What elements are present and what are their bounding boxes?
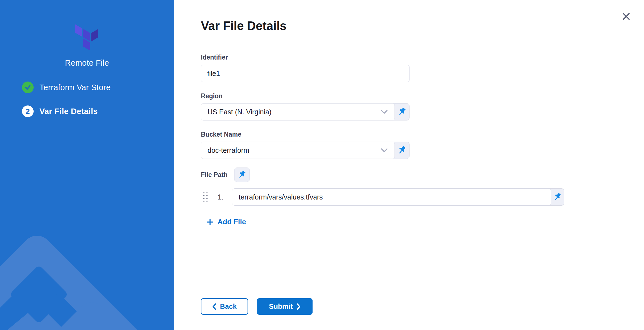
step-number-badge: 2 xyxy=(22,105,34,117)
add-file-label: Add File xyxy=(218,218,246,226)
bucket-select-value: doc-terraform xyxy=(208,146,249,154)
file-path-input[interactable] xyxy=(232,189,551,205)
step-var-file-details[interactable]: 2 Var File Details xyxy=(0,105,174,117)
drag-handle-icon[interactable] xyxy=(203,192,208,202)
var-file-details-modal: Remote File Terraform Var Store 2 Var Fi… xyxy=(0,0,644,330)
step-terraform-var-store[interactable]: Terraform Var Store xyxy=(0,82,174,93)
plus-icon xyxy=(206,218,214,226)
submit-button[interactable]: Submit xyxy=(257,298,313,315)
region-pin-button[interactable] xyxy=(395,104,409,120)
bucket-select[interactable]: doc-terraform xyxy=(201,142,410,159)
bucket-label: Bucket Name xyxy=(201,130,644,138)
wizard-steps: Terraform Var Store 2 Var File Details xyxy=(0,82,174,117)
identifier-label: Identifier xyxy=(201,53,644,61)
pin-icon xyxy=(553,192,562,202)
pin-icon xyxy=(237,170,247,179)
region-label: Region xyxy=(201,92,644,100)
region-select-value: US East (N. Virginia) xyxy=(208,108,271,116)
bucket-pin-button[interactable] xyxy=(395,142,409,159)
back-button[interactable]: Back xyxy=(201,298,248,315)
back-button-label: Back xyxy=(220,302,237,311)
file-path-label: File Path xyxy=(201,171,228,179)
file-path-row-index: 1. xyxy=(218,193,226,201)
chevron-down-icon xyxy=(381,110,388,114)
step-complete-icon xyxy=(22,82,34,93)
page-title: Var File Details xyxy=(201,19,644,33)
region-field-group: Region US East (N. Virginia) xyxy=(201,92,644,120)
step-label: Var File Details xyxy=(39,107,98,116)
terraform-logo-icon xyxy=(75,23,99,51)
bucket-select-value-area[interactable]: doc-terraform xyxy=(201,142,395,159)
wizard-sidebar: Remote File Terraform Var Store 2 Var Fi… xyxy=(0,0,174,330)
bucket-field-group: Bucket Name doc-terraform xyxy=(201,130,644,159)
step-label: Terraform Var Store xyxy=(39,83,111,92)
form-content: Var File Details Identifier Region US Ea… xyxy=(174,0,644,227)
identifier-input[interactable] xyxy=(201,65,410,82)
region-select-value-area[interactable]: US East (N. Virginia) xyxy=(201,104,395,120)
pin-icon xyxy=(397,145,407,155)
chevron-left-icon xyxy=(212,303,216,310)
wizard-actions: Back Submit xyxy=(201,298,313,315)
pin-icon xyxy=(397,107,407,117)
chevron-down-icon xyxy=(381,148,388,153)
identifier-field-group: Identifier xyxy=(201,53,644,82)
file-path-field-group: File Path 1. xyxy=(201,168,644,227)
var-file-details-panel: Var File Details Identifier Region US Ea… xyxy=(174,0,644,330)
file-path-input-composite xyxy=(232,188,564,206)
region-select[interactable]: US East (N. Virginia) xyxy=(201,103,410,120)
file-path-row: 1. xyxy=(201,188,644,206)
close-icon xyxy=(622,12,630,21)
close-button[interactable] xyxy=(621,11,632,22)
submit-button-label: Submit xyxy=(269,302,293,311)
add-file-button[interactable]: Add File xyxy=(206,218,246,226)
file-path-pin-button[interactable] xyxy=(234,168,250,182)
wizard-header: Remote File xyxy=(0,23,174,68)
wizard-title: Remote File xyxy=(0,58,174,68)
chevron-right-icon xyxy=(296,303,301,310)
file-path-row-pin-button[interactable] xyxy=(551,189,564,205)
